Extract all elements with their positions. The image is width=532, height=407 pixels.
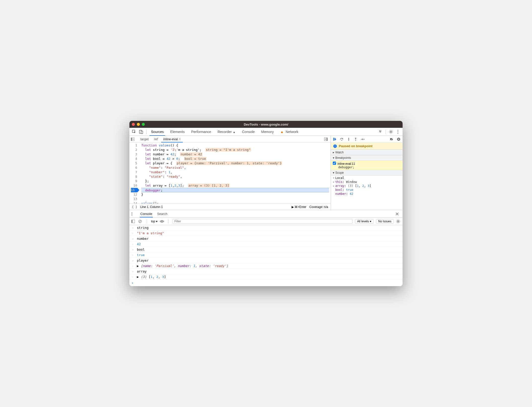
svg-rect-23 (132, 220, 133, 223)
console-sidebar-icon[interactable] (131, 220, 136, 223)
show-navigator-icon[interactable] (131, 137, 136, 141)
window-title: DevTools - www.google.com/ (129, 123, 403, 126)
step-out-button[interactable] (353, 137, 358, 142)
step-button[interactable] (360, 137, 365, 142)
breakpoint-checkbox[interactable] (333, 162, 336, 165)
breakpoint-label: inline-eval:11 (338, 162, 355, 166)
step-into-button[interactable] (346, 137, 351, 142)
debugger-toolbar (331, 136, 403, 143)
tab-elements[interactable]: Elements (169, 128, 186, 135)
breakpoints-section-header[interactable]: ▾ Breakpoints (331, 155, 403, 161)
separator (146, 130, 147, 134)
code-line[interactable]: let array = [1,2,3]; array = (3) [1, 2, … (141, 183, 329, 188)
code-line[interactable]: values(); (141, 201, 329, 204)
tab-network[interactable]: ▲ Network (279, 128, 299, 135)
console-settings-icon[interactable] (396, 219, 401, 223)
code-line[interactable]: let string = 'I\'m a string'; string = "… (141, 148, 329, 152)
svg-point-25 (161, 221, 162, 222)
live-expression-icon[interactable] (160, 220, 164, 223)
code-line[interactable]: "number": 1, (141, 170, 329, 174)
more-tabs-icon[interactable] (377, 129, 383, 135)
scope-section-header[interactable]: ▾ Scope (331, 170, 403, 175)
deactivate-breakpoints-button[interactable] (389, 137, 394, 142)
scope-variable[interactable]: bool: true (331, 188, 403, 192)
device-toolbar-icon[interactable] (138, 129, 144, 135)
code-editor[interactable]: 1234567891011121314 function values() { … (129, 143, 331, 204)
console-prompt[interactable]: › (129, 280, 403, 286)
issues-button[interactable]: No Issues (376, 219, 394, 224)
paused-message: Paused on breakpoint (339, 144, 373, 148)
file-tab-target[interactable]: target (138, 136, 151, 142)
code-line[interactable]: }; (141, 179, 329, 183)
scope-pane: ▾Local ▸this: Window ▸array: (3) [1, 2, … (331, 175, 403, 210)
resume-button[interactable] (332, 137, 337, 142)
svg-point-15 (364, 139, 365, 139)
scope-variable[interactable]: ▸array: (3) [1, 2, 3] (331, 184, 403, 188)
file-tab-ref[interactable]: ref (152, 136, 160, 142)
drawer-tab-console[interactable]: Console (140, 211, 153, 217)
svg-point-12 (342, 140, 342, 140)
close-tab-icon[interactable]: × (179, 137, 181, 141)
code-line[interactable]: debugger; (141, 188, 329, 192)
show-debugger-icon[interactable] (324, 137, 329, 141)
tab-sources[interactable]: Sources (150, 128, 165, 135)
pause-on-exceptions-button[interactable] (396, 137, 401, 142)
breakpoint-item[interactable]: inline-eval:11 debugger; (331, 161, 403, 170)
separator (385, 130, 386, 134)
close-window-button[interactable] (132, 123, 135, 126)
console-output-row: ‹"I'm a string" (129, 231, 403, 236)
coverage-label: Coverage: n/a (309, 205, 328, 209)
devtools-window: DevTools - www.google.com/ SourcesElemen… (129, 121, 403, 286)
svg-point-16 (397, 138, 400, 141)
console-output: ›string‹"I'm a string"›number‹42›bool‹tr… (129, 225, 403, 280)
svg-rect-11 (333, 138, 334, 141)
separator (147, 219, 147, 224)
settings-icon[interactable] (388, 129, 394, 135)
svg-rect-8 (131, 138, 132, 141)
scope-variable[interactable]: ▸this: Window (331, 180, 403, 184)
separator (168, 219, 169, 224)
tab-performance[interactable]: Performance (190, 128, 212, 135)
more-options-icon[interactable] (395, 129, 401, 135)
code-line[interactable]: "name": "Parzival", (141, 166, 329, 170)
log-levels-button[interactable]: All levels ▾ (355, 219, 374, 224)
code-line[interactable]: let bool = 42 > 0; bool = true (141, 157, 329, 161)
svg-point-6 (398, 133, 398, 134)
scope-local-header[interactable]: ▾Local (331, 176, 403, 180)
minimize-window-button[interactable] (137, 123, 140, 126)
step-over-button[interactable] (339, 137, 344, 142)
zoom-window-button[interactable] (142, 123, 145, 126)
drawer-tab-search[interactable]: Search (157, 211, 168, 217)
code-line[interactable]: let player = { player = {name: 'Parzival… (141, 161, 329, 166)
main-split: targetrefinline-eval × 12345678910111213… (129, 136, 403, 210)
svg-point-4 (398, 130, 398, 131)
debugger-sidebar: i Paused on breakpoint ▸ Watch ▾ Breakpo… (331, 136, 403, 210)
watch-section-header[interactable]: ▸ Watch (331, 150, 403, 155)
tab-recorder[interactable]: Recorder ▲ (217, 128, 236, 135)
clear-console-icon[interactable] (138, 220, 143, 223)
code-line[interactable]: "state": "ready", (141, 174, 329, 179)
scope-variable[interactable]: number: 42 (331, 192, 403, 196)
file-tab-inline-eval[interactable]: inline-eval × (161, 136, 183, 142)
filter-input[interactable] (173, 219, 352, 224)
run-snippet-button[interactable]: ▶ ⌘+Enter (292, 205, 306, 209)
close-drawer-icon[interactable] (396, 212, 401, 215)
format-icon[interactable]: { } (132, 205, 137, 209)
tab-console[interactable]: Console (241, 128, 256, 135)
tab-memory[interactable]: Memory (260, 128, 275, 135)
console-output-row: ‹42 (129, 241, 403, 247)
code-line[interactable]: function values() { (141, 143, 329, 148)
breakpoint-snippet: debugger; (333, 166, 401, 169)
svg-point-19 (132, 212, 132, 213)
panel-tabs: SourcesElementsPerformanceRecorder ▲Cons… (149, 128, 377, 135)
console-output-row: ‹▶ (3) [1, 2, 3] (129, 274, 403, 280)
code-line[interactable] (141, 197, 329, 201)
console-toolbar: top ▾ All levels ▾ No Issues (129, 218, 403, 225)
code-line[interactable]: let number = 42; number = 42 (141, 152, 329, 157)
drawer-menu-icon[interactable] (131, 212, 136, 216)
inspect-element-icon[interactable] (131, 129, 137, 135)
drawer: ConsoleSearch top ▾ All levels ▾ No Issu… (129, 210, 403, 286)
context-selector[interactable]: top ▾ (151, 220, 157, 223)
code-line[interactable]: } (141, 192, 329, 197)
cursor-position: Line 1, Column 1 (140, 205, 163, 209)
